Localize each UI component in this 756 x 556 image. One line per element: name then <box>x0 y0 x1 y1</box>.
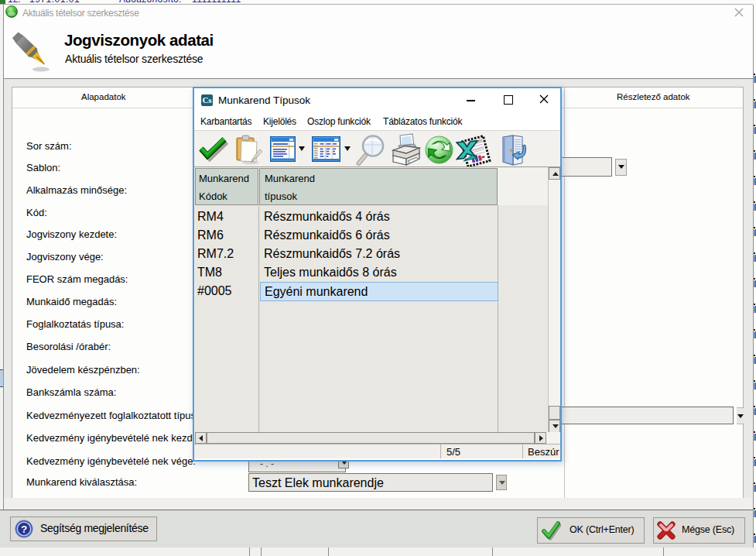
svg-text:?: ? <box>21 523 27 535</box>
